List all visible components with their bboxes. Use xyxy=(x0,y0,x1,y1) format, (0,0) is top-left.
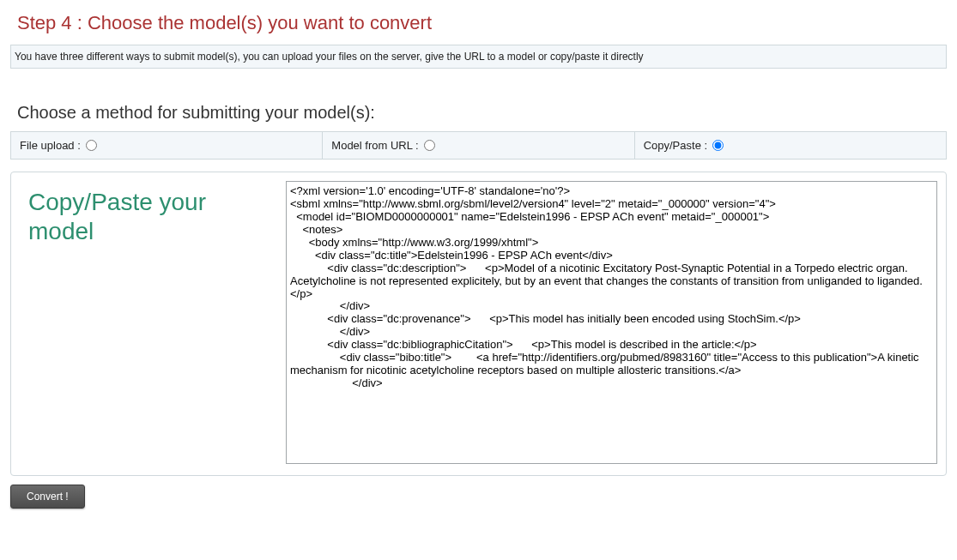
convert-button[interactable]: Convert ! xyxy=(10,485,85,509)
method-file-upload[interactable]: File upload : xyxy=(10,131,323,160)
help-text: You have three different ways to submit … xyxy=(10,45,947,69)
panel-textarea-wrap xyxy=(286,181,937,467)
panel-heading: Copy/Paste your model xyxy=(28,188,277,245)
method-file-upload-label: File upload : xyxy=(20,139,81,152)
copy-paste-panel: Copy/Paste your model xyxy=(10,172,947,476)
method-selector: File upload : Model from URL : Copy/Past… xyxy=(10,131,947,160)
method-from-url-radio[interactable] xyxy=(424,140,435,151)
model-textarea[interactable] xyxy=(286,181,937,464)
method-from-url[interactable]: Model from URL : xyxy=(323,131,634,160)
section-title: Choose a method for submitting your mode… xyxy=(0,69,957,131)
step-title: Step 4 : Choose the model(s) you want to… xyxy=(0,0,957,41)
method-from-url-label: Model from URL : xyxy=(331,139,418,152)
method-copy-paste-label: Copy/Paste : xyxy=(644,139,707,152)
button-row: Convert ! xyxy=(10,485,947,509)
panel-heading-wrap: Copy/Paste your model xyxy=(20,181,277,467)
method-copy-paste[interactable]: Copy/Paste : xyxy=(635,131,947,160)
method-copy-paste-radio[interactable] xyxy=(712,140,724,151)
method-file-upload-radio[interactable] xyxy=(86,140,97,151)
